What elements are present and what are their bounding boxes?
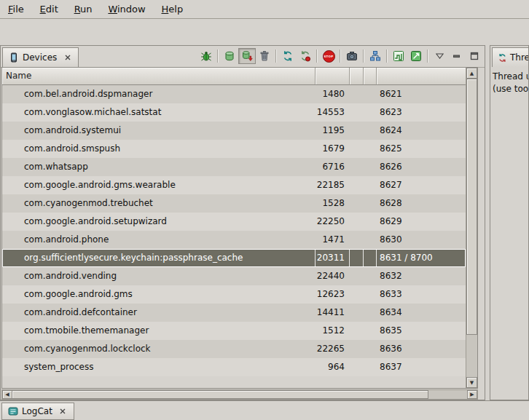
toolbar-separator xyxy=(275,49,277,63)
process-row[interactable]: com.android.smspush 1679 8625 xyxy=(2,140,466,158)
process-row[interactable]: com.cyanogenmod.lockclock 22265 8636 xyxy=(2,340,466,358)
tab-logcat[interactable]: LogCat xyxy=(1,403,74,420)
dump-hprof-button[interactable] xyxy=(238,48,256,64)
threads-icon xyxy=(498,53,507,63)
menu-help[interactable]: Help xyxy=(155,0,190,18)
scroll-right-button[interactable]: ▶ xyxy=(467,390,477,399)
process-port: 8631 / 8700 xyxy=(377,249,466,267)
cause-gc-button[interactable] xyxy=(256,48,273,64)
threads-view-panel: Threads Thread updates not enabled for s… xyxy=(490,45,529,400)
process-pid: 22250 xyxy=(316,213,350,231)
process-row[interactable]: com.bel.android.dspmanager 1480 8621 xyxy=(2,85,466,103)
process-name: system_process xyxy=(2,358,316,376)
horizontal-scrollbar-thumb[interactable] xyxy=(12,390,428,399)
process-row[interactable]: com.android.phone 1471 8630 xyxy=(2,231,466,249)
tab-devices[interactable]: Devices xyxy=(2,47,79,67)
vertical-scrollbar-thumb[interactable] xyxy=(466,79,477,335)
process-name: com.android.systemui xyxy=(2,122,316,140)
close-icon[interactable] xyxy=(58,407,68,416)
process-pid: 1480 xyxy=(316,85,350,103)
process-name: com.tmobile.thememanager xyxy=(2,322,316,340)
process-name: com.android.phone xyxy=(2,231,316,249)
debug-icon xyxy=(200,50,212,62)
scroll-down-button[interactable]: ▼ xyxy=(466,377,477,388)
process-row[interactable]: com.android.defcontainer 14411 8634 xyxy=(2,304,466,322)
process-port: 8630 xyxy=(377,231,466,249)
debug-process-button[interactable] xyxy=(197,48,215,64)
view-menu-button[interactable] xyxy=(431,48,448,64)
update-threads-icon xyxy=(282,50,294,62)
column-header-4[interactable] xyxy=(364,68,377,85)
process-row[interactable]: com.google.android.gms.wearable 22185 86… xyxy=(2,176,466,194)
maximize-view-button[interactable] xyxy=(466,48,483,64)
process-pid: 1512 xyxy=(316,322,350,340)
process-row[interactable]: com.tmobile.thememanager 1512 8635 xyxy=(2,322,466,340)
column-header-port[interactable] xyxy=(377,68,466,85)
process-row[interactable]: system_process 964 8637 xyxy=(2,358,466,376)
process-port: 8626 xyxy=(377,158,466,176)
process-row[interactable]: com.android.systemui 1195 8624 xyxy=(2,122,466,140)
minimize-view-button[interactable] xyxy=(448,48,466,64)
camera-icon xyxy=(346,50,358,62)
process-row[interactable]: com.vonglasow.michael.satstat 14553 8623 xyxy=(2,103,466,122)
stop-icon: STOP xyxy=(323,50,335,63)
process-name: com.android.defcontainer xyxy=(2,304,316,322)
process-row[interactable]: com.google.android.setupwizard 22250 862… xyxy=(2,213,466,231)
column-header-name[interactable]: Name xyxy=(2,68,316,85)
toolbar-separator xyxy=(340,49,341,63)
scroll-down-icon: ▼ xyxy=(470,380,474,386)
tab-threads[interactable]: Threads xyxy=(492,47,529,67)
toolbar-separator xyxy=(363,49,364,63)
process-pid: 20311 xyxy=(316,249,350,267)
tab-threads-label: Threads xyxy=(510,52,529,63)
main-area: Devices xyxy=(0,45,529,400)
process-port: 8633 xyxy=(377,285,466,304)
scroll-left-button[interactable]: ◀ xyxy=(2,390,12,399)
process-name: com.cyanogenmod.trebuchet xyxy=(2,194,316,213)
view-hierarchy-icon xyxy=(369,50,381,62)
threads-message-line2: (use toolbar button to enable) xyxy=(493,83,529,95)
process-pid: 1679 xyxy=(316,140,350,158)
process-row[interactable]: com.whatsapp 6716 8626 xyxy=(2,158,466,176)
dump-view-hierarchy-button[interactable] xyxy=(367,48,384,64)
process-row-selected[interactable]: org.sufficientlysecure.keychain:passphra… xyxy=(2,249,466,267)
process-row[interactable]: com.cyanogenmod.trebuchet 1528 8628 xyxy=(2,194,466,213)
close-icon[interactable] xyxy=(63,53,72,63)
process-name: org.sufficientlysecure.keychain:passphra… xyxy=(2,249,316,267)
horizontal-scrollbar[interactable]: ◀ ▶ xyxy=(1,389,478,400)
process-row[interactable]: com.android.vending 22440 8632 xyxy=(2,267,466,285)
column-header-3[interactable] xyxy=(350,68,364,85)
vertical-scrollbar[interactable]: ▲ ▼ xyxy=(466,68,477,388)
process-pid: 1528 xyxy=(316,194,350,213)
process-row[interactable]: com.google.android.gms 12623 8633 xyxy=(2,285,466,304)
process-name: com.vonglasow.michael.satstat xyxy=(2,103,316,122)
process-pid: 22265 xyxy=(316,340,350,358)
scroll-up-button[interactable]: ▲ xyxy=(466,68,477,79)
update-heap-icon xyxy=(224,50,235,62)
process-port: 8635 xyxy=(377,322,466,340)
logcat-icon xyxy=(8,406,18,416)
toolbar-separator xyxy=(316,49,318,63)
toolbar-separator xyxy=(386,49,388,63)
capture-systrace-button[interactable] xyxy=(390,48,407,64)
table-body: com.bel.android.dspmanager 1480 8621 com… xyxy=(2,85,466,376)
screen-capture-button[interactable] xyxy=(343,48,361,64)
column-header-pid[interactable] xyxy=(316,68,350,85)
update-heap-button[interactable] xyxy=(221,48,238,64)
bottom-view-strip: LogCat xyxy=(0,400,529,420)
process-port: 8634 xyxy=(377,304,466,322)
start-method-profiling-button[interactable] xyxy=(297,48,314,64)
stop-process-button[interactable]: STOP xyxy=(320,48,337,64)
minimize-icon xyxy=(452,52,461,60)
process-pid: 12623 xyxy=(316,285,350,304)
devices-tabstrip: Devices xyxy=(1,46,485,68)
start-opengl-trace-button[interactable] xyxy=(407,48,425,64)
menu-file[interactable]: File xyxy=(1,0,31,18)
menu-window[interactable]: Window xyxy=(101,0,152,18)
update-threads-button[interactable] xyxy=(279,48,297,64)
menu-run[interactable]: Run xyxy=(68,0,99,18)
scroll-up-icon: ▲ xyxy=(470,71,474,76)
method-profiling-icon xyxy=(299,50,311,62)
process-name: com.google.android.setupwizard xyxy=(2,213,316,231)
menu-edit[interactable]: Edit xyxy=(34,0,65,18)
